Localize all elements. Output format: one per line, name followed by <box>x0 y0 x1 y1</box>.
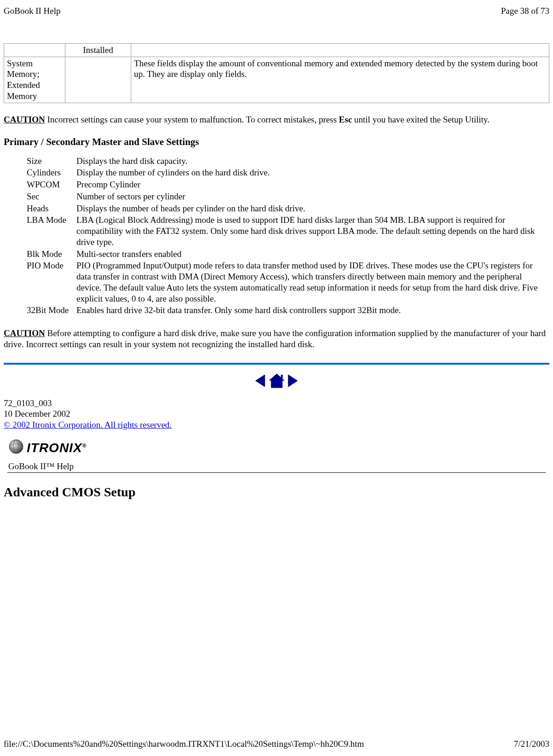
table-row: Installed <box>4 43 549 57</box>
setting-desc: Multi-sector transfers enabled <box>76 249 542 261</box>
setting-desc: Enables hard drive 32-bit data transfer.… <box>76 305 542 317</box>
nav-icons <box>4 373 549 389</box>
field-option-cell: Installed <box>65 43 131 57</box>
setting-name: Heads <box>27 203 76 215</box>
setting-name: Cylinders <box>27 167 76 179</box>
page-indicator: Page 38 of 73 <box>501 6 549 17</box>
setting-name: Blk Mode <box>27 249 76 261</box>
divider <box>4 363 549 365</box>
copyright-link[interactable]: © 2002 Itronix Corporation. All rights r… <box>4 420 172 430</box>
svg-rect-2 <box>281 375 283 378</box>
setting-desc: Number of sectors per cylinder <box>76 191 542 203</box>
file-path: file://C:\Documents%20and%20Settings\har… <box>4 739 364 750</box>
caution-label: CAUTION <box>4 115 45 124</box>
esc-key: Esc <box>339 115 352 124</box>
prev-icon[interactable] <box>255 375 268 384</box>
brand-logo: ITRONIX® <box>8 439 549 457</box>
svg-marker-3 <box>288 375 297 387</box>
setting-name: PIO Mode <box>27 260 76 305</box>
fields-table: Installed System Memory; Extended Memory… <box>4 43 549 103</box>
home-icon[interactable] <box>268 375 288 384</box>
doc-title: GoBook II Help <box>4 6 60 17</box>
setting-name: 32Bit Mode <box>27 305 76 317</box>
globe-icon <box>8 439 24 457</box>
footer-date: 7/21/2003 <box>514 739 549 750</box>
settings-table: SizeDisplays the hard disk capacity. Cyl… <box>27 156 542 317</box>
doc-date: 10 December 2002 <box>4 408 549 419</box>
table-row: SizeDisplays the hard disk capacity. <box>27 156 542 168</box>
setting-desc: PIO (Programmed Input/Output) mode refer… <box>76 260 542 305</box>
field-option-cell <box>65 57 131 103</box>
table-row: Blk ModeMulti-sector transfers enabled <box>27 249 542 261</box>
caution-paragraph: CAUTION Before attempting to configure a… <box>4 328 549 350</box>
field-name-cell <box>4 43 65 57</box>
field-desc-cell: These fields display the amount of conve… <box>131 57 549 103</box>
setting-desc: Displays the hard disk capacity. <box>76 156 542 168</box>
caution-text-cont: until you have exited the Setup Utility. <box>352 115 490 124</box>
table-row: WPCOMPrecomp Cylinder <box>27 179 542 191</box>
advanced-heading: Advanced CMOS Setup <box>4 484 549 500</box>
setting-desc: Display the number of cylinders on the h… <box>76 167 542 179</box>
table-row: LBA ModeLBA (Logical Block Addressing) m… <box>27 215 542 248</box>
table-row: PIO ModePIO (Programmed Input/Output) mo… <box>27 260 542 305</box>
registered-mark: ® <box>82 442 87 449</box>
setting-desc: LBA (Logical Block Addressing) mode is u… <box>76 215 542 248</box>
doc-id: 72_0103_003 <box>4 398 549 409</box>
table-row: 32Bit ModeEnables hard drive 32-bit data… <box>27 305 542 317</box>
svg-point-4 <box>9 440 23 454</box>
table-row: HeadsDisplays the number of heads per cy… <box>27 203 542 215</box>
setting-name: Size <box>27 156 76 168</box>
setting-name: WPCOM <box>27 179 76 191</box>
setting-name: Sec <box>27 191 76 203</box>
field-name-cell: System Memory; Extended Memory <box>4 57 65 103</box>
field-desc-cell <box>131 43 549 57</box>
caution-label: CAUTION <box>4 328 45 338</box>
svg-marker-0 <box>256 375 265 387</box>
section-heading: Primary / Secondary Master and Slave Set… <box>4 136 549 148</box>
setting-desc: Displays the number of heads per cylinde… <box>76 203 542 215</box>
brand-name: ITRONIX® <box>27 440 87 456</box>
setting-desc: Precomp Cylinder <box>76 179 542 191</box>
caution-paragraph: CAUTION Incorrect settings can cause you… <box>4 114 549 125</box>
table-row: CylindersDisplay the number of cylinders… <box>27 167 542 179</box>
setting-name: LBA Mode <box>27 215 76 248</box>
caution-text: Incorrect settings can cause your system… <box>45 115 339 124</box>
caution-text: Before attempting to configure a hard di… <box>4 328 546 349</box>
next-icon[interactable] <box>287 375 298 384</box>
table-row: SecNumber of sectors per cylinder <box>27 191 542 203</box>
table-row: System Memory; Extended Memory These fie… <box>4 57 549 103</box>
product-help-title: GoBook II™ Help <box>8 461 74 471</box>
